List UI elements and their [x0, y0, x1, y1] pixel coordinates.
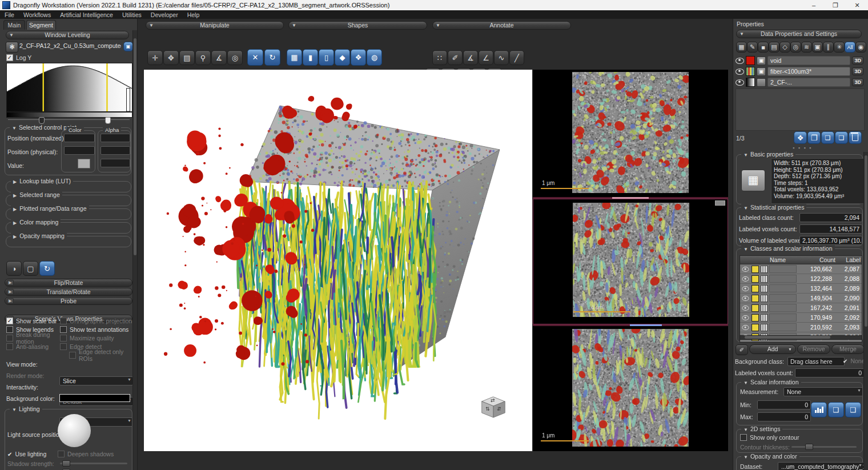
alpha-pos-normalized-field[interactable]: [101, 134, 130, 142]
right-panel-scrollbar[interactable]: [863, 152, 868, 470]
crosshair-icon[interactable]: ✛: [147, 50, 163, 65]
menu-help[interactable]: Help: [183, 11, 204, 18]
path-icon[interactable]: ∿: [494, 50, 509, 65]
scalar-import-button[interactable]: ❏: [845, 402, 861, 417]
visibility-eye-icon[interactable]: [736, 79, 744, 86]
duplicate-button[interactable]: ❐: [807, 131, 821, 144]
class-color-swatch[interactable]: [752, 304, 759, 312]
shapes-button[interactable]: ❖: [794, 131, 807, 144]
bar-translate-rotate[interactable]: ▶Translate/Rotate: [5, 288, 132, 296]
color-value-swatch[interactable]: [78, 159, 90, 168]
dataset-color-swatch[interactable]: [746, 56, 755, 65]
class-name-cell[interactable]: [769, 284, 797, 292]
class-row[interactable]: 210,5922,093: [740, 323, 862, 332]
slice-image[interactable]: [572, 329, 689, 447]
visibility-eye-icon[interactable]: [742, 286, 749, 291]
section-opacity-mapping[interactable]: ▶Opacity mapping: [6, 236, 131, 247]
measure-icon[interactable]: ∡: [211, 50, 227, 65]
translate-icon[interactable]: ✥: [163, 50, 179, 65]
measurement-dropdown[interactable]: None▼: [783, 387, 863, 396]
slice-image[interactable]: [573, 203, 689, 317]
bar-probe[interactable]: ▶Probe: [5, 297, 132, 305]
center-target-icon[interactable]: ◎: [227, 50, 243, 65]
remove-class-button[interactable]: Remove: [797, 344, 830, 354]
class-color-swatch[interactable]: [752, 324, 759, 331]
tab-main[interactable]: Main: [3, 20, 25, 30]
pick-class-button[interactable]: ✐: [736, 344, 748, 355]
section-lookup-table-lut-[interactable]: ▶Lookup table (LUT): [6, 181, 131, 192]
line-icon[interactable]: ╱: [509, 50, 524, 65]
background-none-checkbox[interactable]: ✔ None: [843, 357, 865, 364]
mesh-filter-icon[interactable]: ◇: [779, 42, 790, 53]
class-name-cell[interactable]: [769, 314, 797, 322]
class-row[interactable]: 122,2882,088: [740, 274, 862, 284]
class-name-cell[interactable]: [769, 304, 797, 312]
checkbox-break-during-motion[interactable]: Break during motion: [6, 334, 60, 342]
select-region-button[interactable]: ▢: [23, 261, 38, 276]
menu-utilities[interactable]: Utilities: [118, 11, 146, 18]
labeled-voxels-field[interactable]: 0: [795, 368, 865, 377]
mesh-shape-icon[interactable]: ❖: [351, 49, 366, 66]
fit-to-screen-icon[interactable]: ✕: [247, 49, 263, 66]
checkbox-maximize-quality[interactable]: Maximize quality: [60, 334, 135, 342]
checkbox-show-text-annotations[interactable]: Show text annotations: [60, 325, 135, 334]
slice-view-bottom[interactable]: 1 μm: [533, 326, 728, 451]
color-pos-physical-field[interactable]: [64, 146, 95, 155]
visibility-eye-icon[interactable]: [742, 276, 749, 282]
manipulate-toolbar-header[interactable]: ▼ Manipulate: [146, 21, 284, 30]
menu-workflows[interactable]: Workflows: [19, 11, 55, 18]
dataset-row[interactable]: ▣void3D: [736, 55, 863, 66]
section-color-mapping[interactable]: ▶Color mapping: [6, 222, 131, 234]
leveling-histogram[interactable]: [6, 63, 132, 112]
minimize-button[interactable]: –: [803, 0, 825, 10]
multiroi-filter-icon[interactable]: ▤: [769, 42, 779, 53]
contour-thickness-slider[interactable]: [791, 446, 857, 448]
class-name-cell[interactable]: [769, 275, 797, 283]
view-settings-icon[interactable]: [715, 200, 725, 206]
slice-view-middle[interactable]: 1 μm: [533, 199, 728, 324]
region-filter-icon[interactable]: ■: [758, 42, 769, 53]
left-panel-scrollbar[interactable]: [132, 30, 137, 470]
checkbox-show-scale-bar[interactable]: ✓Show scale bar: [6, 316, 60, 325]
table-filter-icon[interactable]: ▦: [736, 42, 747, 53]
clip-box-icon[interactable]: ▤: [179, 50, 195, 65]
range-slider-handle-high[interactable]: [105, 117, 111, 124]
scrollbar-thumb[interactable]: [134, 38, 136, 255]
visibility-eye-icon[interactable]: [742, 325, 749, 330]
use-lighting-checkbox[interactable]: ✔ Use lighting: [7, 451, 46, 457]
invert-lut-button[interactable]: ◑: [6, 261, 22, 276]
log-y-checkbox[interactable]: ✓ Log Y: [6, 54, 31, 61]
reset-leveling-button[interactable]: ↻: [39, 261, 55, 276]
all-filter-button[interactable]: All: [845, 42, 855, 53]
class-row[interactable]: 170,9492,092: [740, 313, 862, 323]
visibility-filter-icon[interactable]: ◉: [855, 42, 866, 53]
add-class-button[interactable]: Add ▼: [749, 344, 796, 354]
deepen-shadows-checkbox[interactable]: Deepen shadows: [58, 451, 114, 457]
opacity-dataset-dropdown[interactable]: ...um_computed_tomography_130MB▼: [778, 462, 864, 470]
checkbox-anti-aliasing[interactable]: Anti-aliasing: [6, 342, 60, 351]
sphere-shape-icon[interactable]: ◍: [367, 49, 382, 66]
close-button[interactable]: ✕: [846, 0, 868, 10]
alpha-pos-physical-field[interactable]: [101, 146, 130, 155]
shapes-toolbar-header[interactable]: ▼ Shapes: [288, 21, 427, 30]
section-plotted-range-data-range[interactable]: ▶Plotted range/Data range: [6, 208, 131, 220]
visibility-eye-icon[interactable]: [736, 58, 744, 64]
menu-file[interactable]: File: [0, 11, 19, 18]
restore-button[interactable]: ❐: [825, 0, 846, 10]
zoom-icon[interactable]: ⚲: [195, 50, 211, 65]
angle2-icon[interactable]: ∠: [479, 50, 493, 65]
color-pos-normalized-field[interactable]: [64, 134, 95, 142]
min-field[interactable]: 0: [757, 400, 811, 409]
class-row[interactable]: 132,4642,089: [740, 284, 862, 294]
isolate-dataset-button[interactable]: ▣: [123, 42, 133, 51]
leveling-dataset-name[interactable]: 2_CF-PA12_x2_Cu_0.53um_computed_tomo...: [19, 42, 121, 49]
3d-badge[interactable]: 3D: [852, 78, 863, 86]
class-color-swatch[interactable]: [752, 275, 759, 283]
stat-value[interactable]: 14,148,577: [799, 224, 862, 234]
dataset-color-swatch[interactable]: [746, 67, 755, 76]
dataset-color-swatch[interactable]: [746, 78, 755, 87]
image-filter-icon[interactable]: ▣: [812, 42, 823, 53]
bar-flip-rotate[interactable]: ▶Flip/Rotate: [5, 279, 132, 287]
slice-view-top[interactable]: 1 μm: [533, 70, 728, 197]
delete-button[interactable]: [849, 131, 862, 144]
